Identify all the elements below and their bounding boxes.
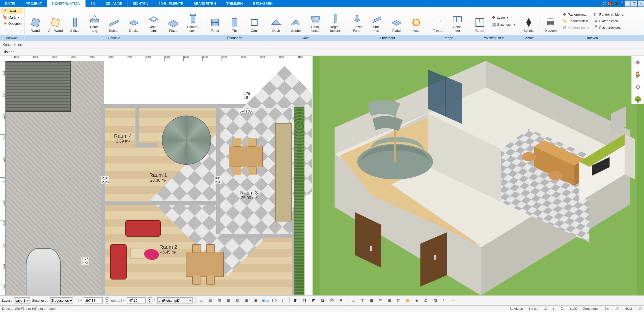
gift-icon[interactable]: 🎁: [607, 0, 613, 7]
floorplan-canvas[interactable]: Raum 42,89 m² Raum 120,36 m² Raum 325,90…: [6, 61, 312, 295]
papierformat-button[interactable]: ❖Papierformat: [561, 12, 592, 17]
raum-button[interactable]: Raum: [470, 15, 489, 34]
chair: [248, 138, 257, 147]
schnitt-button[interactable]: Schnitt: [519, 15, 538, 34]
bb-align-1[interactable]: ▭: [198, 297, 205, 304]
dach-button[interactable]: Dach: [267, 15, 286, 34]
gelaender-button[interactable]: Gelän-der: [449, 12, 467, 34]
menu-tab-sichten[interactable]: SICHTEN: [128, 0, 153, 7]
unterzug-button[interactable]: Unter-zug: [85, 12, 104, 34]
bb-pointer[interactable]: ↖: [441, 297, 448, 304]
tools-icon[interactable]: 🛠️: [601, 0, 607, 7]
wand-button[interactable]: Wand: [26, 15, 45, 34]
menu-tab-bearbeiten[interactable]: BEARBEITEN: [188, 0, 221, 7]
tuer-button[interactable]: Tür: [225, 15, 244, 34]
schornstein-button[interactable]: Schorn-stein: [184, 12, 202, 34]
blattposition-button[interactable]: ✥Blatt position.: [592, 18, 625, 24]
geschoss-dropdown[interactable]: 🏢Geschoss▾: [490, 22, 516, 27]
raender-button[interactable]: ▢Ränder einblend.: [592, 12, 625, 17]
l-input[interactable]: [84, 297, 103, 303]
einzelfund-button[interactable]: EinzelFund.: [348, 12, 367, 34]
menu-tab-gelaende[interactable]: GELÄNDE: [100, 0, 128, 7]
regenfallrohr-button[interactable]: Regen-fallrohr: [326, 12, 345, 34]
balken-button[interactable]: Balken: [105, 15, 124, 34]
bb-align-4[interactable]: ▦: [225, 297, 232, 304]
menu-tab-trimmen[interactable]: TRIMMEN: [221, 0, 248, 7]
menu-tab-projekt[interactable]: PROJEKT: [20, 0, 47, 7]
bb-dim-1[interactable]: 1,2: [271, 297, 278, 304]
bb-align-5[interactable]: ▧: [234, 297, 241, 304]
bb-cube-1[interactable]: ◧: [292, 297, 299, 304]
bb-view-1[interactable]: ▭: [350, 297, 357, 304]
layer-select[interactable]: Layer1: [14, 297, 30, 303]
bb-north[interactable]: Ⓝ: [328, 297, 335, 304]
pane-3d[interactable]: ❖ 🪑 ✥ 🌳: [313, 56, 644, 295]
svg-rect-47: [434, 255, 436, 260]
layers-icon[interactable]: ❖: [635, 59, 641, 67]
l-spin-down[interactable]: ▼: [105, 300, 109, 303]
gaube-button[interactable]: Gaube: [287, 15, 305, 34]
selekt-button[interactable]: 🖱️Selekt: [2, 8, 23, 14]
bb-snap-1[interactable]: ⊞: [243, 297, 250, 304]
bb-view-4[interactable]: ◳: [377, 297, 384, 304]
geschoss-select[interactable]: Erdgeschos: [50, 297, 73, 303]
menu-tab-2delemente[interactable]: 2D-ELEMENTE: [153, 0, 188, 7]
virtwand-button[interactable]: Virt. Wand: [46, 15, 65, 34]
bb-snap-2[interactable]: ⊟: [253, 297, 260, 304]
status-uf: UF: [615, 307, 619, 311]
optionen-button[interactable]: ✚Optionen: [2, 21, 23, 26]
bb-view-7[interactable]: ▦: [404, 297, 411, 304]
einheit-button[interactable]: 📏Einheit/Maßst.: [561, 18, 592, 24]
menu-tab-datei[interactable]: DATEI: [0, 0, 20, 7]
phi-spin-up[interactable]: ▲: [148, 298, 152, 300]
treppe-button[interactable]: Treppe: [429, 15, 447, 34]
bb-layer-toggle[interactable]: ❖: [338, 297, 345, 304]
help-icon[interactable]: ?: [619, 0, 624, 5]
streifen-button[interactable]: Strei-fen: [368, 12, 386, 34]
phi-input[interactable]: [127, 297, 146, 303]
bb-cube-3[interactable]: ◩: [310, 297, 317, 304]
bb-align-3[interactable]: ▥: [216, 297, 223, 304]
deckoeffn-button[interactable]: Deck.-öffn.: [144, 12, 163, 34]
fenst-button[interactable]: Fenst: [206, 15, 224, 34]
bb-view-3[interactable]: ⊞: [368, 297, 375, 304]
restoredown-button[interactable]: ❐: [631, 1, 637, 7]
bb-dim-2[interactable]: ⇄: [280, 297, 287, 304]
mark-button[interactable]: 🔖Mark.▾: [2, 15, 23, 20]
menu-tab-bemassen[interactable]: BEMASSEN: [248, 0, 278, 7]
bb-view-6[interactable]: ◲: [395, 297, 402, 304]
bb-cursor-lock[interactable]: ⌖: [450, 297, 457, 304]
layer-dropdown[interactable]: ❖Layer▾: [490, 15, 516, 20]
bb-text[interactable]: Abc: [262, 297, 269, 304]
phi-spin-down[interactable]: ▼: [148, 300, 152, 303]
bb-cube-4[interactable]: ◪: [319, 297, 326, 304]
oeffn-button[interactable]: Öffn.: [245, 15, 264, 34]
move-icon[interactable]: ✥: [635, 84, 641, 91]
furniture-icon[interactable]: 🪑: [634, 71, 642, 79]
dl-select[interactable]: dl (Richtung/Di: [157, 297, 193, 303]
l-spin-up[interactable]: ▲: [105, 298, 109, 300]
platte-button[interactable]: Platte: [164, 15, 183, 34]
pane-2d[interactable]: 1600 1700 1800 1900 2000 2100 2200 2300 …: [0, 56, 313, 295]
poszurueck-button[interactable]: 📍Pos zurücksetz.: [592, 25, 625, 30]
bb-view-9[interactable]: ⊡: [423, 297, 430, 304]
bb-view-10[interactable]: ▨: [432, 297, 439, 304]
drucken-button[interactable]: Drucken: [541, 15, 560, 34]
svg-marker-59: [625, 134, 635, 179]
auto-button[interactable]: Auto: [407, 15, 426, 34]
menu-tab-3d[interactable]: 3D: [86, 0, 100, 7]
menu-tab-konstruktion[interactable]: KONSTRUKTION: [47, 0, 86, 7]
dachfenster-button[interactable]: Dach-fenster: [306, 12, 325, 34]
bb-cube-2[interactable]: ◨: [301, 297, 308, 304]
fund-platte-button[interactable]: Platte: [387, 15, 406, 34]
stuetze-button[interactable]: Stütze: [66, 15, 84, 34]
bb-view-5[interactable]: ▦: [386, 297, 393, 304]
minimize-button[interactable]: —: [625, 1, 631, 7]
tree-icon[interactable]: 🌳: [634, 96, 642, 104]
hat-icon[interactable]: 🎓: [613, 0, 619, 7]
bb-view-8[interactable]: ◈: [413, 297, 421, 304]
bb-align-2[interactable]: ▤: [207, 297, 214, 304]
decke-button[interactable]: Decke: [125, 15, 143, 34]
close-button[interactable]: ✕: [638, 1, 644, 7]
bb-view-2[interactable]: ◫: [359, 297, 366, 304]
